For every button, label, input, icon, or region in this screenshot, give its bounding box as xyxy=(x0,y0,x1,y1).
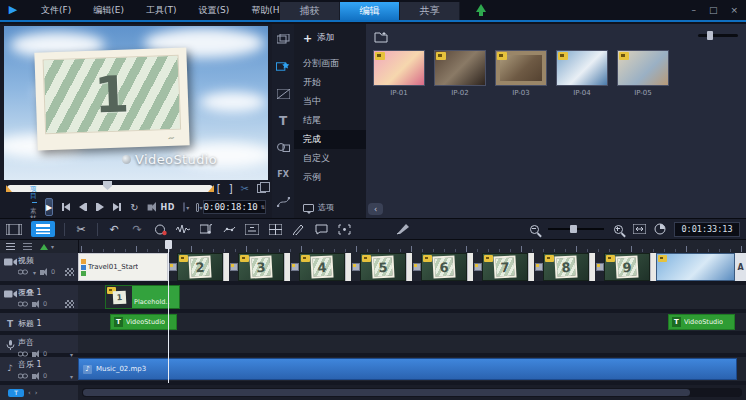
track-volume-icon[interactable] xyxy=(32,302,36,307)
horizontal-scrollbar[interactable] xyxy=(82,388,742,397)
clip-travel-start[interactable]: Travel01_Start xyxy=(78,253,168,281)
volume-button[interactable] xyxy=(148,205,152,210)
enlarge-preview-icon[interactable] xyxy=(257,184,266,193)
video-track[interactable]: Travel01_Start 2 3 4 5 6 7 8 9 xyxy=(78,253,746,283)
maximize-button[interactable]: □ xyxy=(709,0,718,20)
display-mode-select[interactable] xyxy=(196,203,198,212)
project-mode-label[interactable]: 项目 xyxy=(30,186,37,207)
motion-path-icon[interactable] xyxy=(276,194,291,209)
track-header-overlay[interactable]: 覆叠 1 0 xyxy=(0,285,78,311)
import-folder-icon[interactable] xyxy=(374,28,389,47)
clip-end-cap[interactable]: A xyxy=(735,253,746,281)
track-volume-icon[interactable] xyxy=(40,270,44,275)
tab-capture[interactable]: 捕获 xyxy=(280,2,340,20)
go-start-button[interactable] xyxy=(62,203,70,211)
auto-music-button[interactable] xyxy=(199,221,213,237)
template-item[interactable]: IP-05 xyxy=(616,50,670,97)
clip-travel-end[interactable] xyxy=(656,253,735,281)
motion-tracking-button[interactable] xyxy=(222,221,236,237)
track-transparency-button[interactable] xyxy=(396,221,410,237)
music-track[interactable]: ♪ Music_02.mp3 xyxy=(78,357,746,383)
redo-button[interactable]: ↷ xyxy=(130,221,144,237)
transition-icon[interactable] xyxy=(351,253,360,281)
filter-fx-icon[interactable]: FX xyxy=(276,167,291,182)
undo-button[interactable]: ↶ xyxy=(107,221,121,237)
tab-share[interactable]: 共享 xyxy=(400,2,460,20)
link-icon[interactable] xyxy=(18,269,28,275)
split-clip-button[interactable]: ✂ xyxy=(241,183,249,194)
timeline-view-button[interactable] xyxy=(31,221,55,237)
speech-to-text-button[interactable] xyxy=(314,221,328,237)
transparency-icon[interactable] xyxy=(65,268,74,276)
next-frame-button[interactable] xyxy=(96,203,104,211)
overlay-track[interactable]: 1 Placehold.. xyxy=(78,285,746,311)
template-thumbnail[interactable] xyxy=(434,50,486,86)
clip-number-7[interactable]: 7 xyxy=(482,253,528,281)
add-folder-button[interactable]: + 添加 xyxy=(294,24,366,44)
add-track-button[interactable]: ▾ xyxy=(40,243,54,250)
template-item[interactable]: IP-03 xyxy=(494,50,548,97)
mark-out-button[interactable]: ] xyxy=(229,183,233,194)
track-header-title[interactable]: T 标题 1 xyxy=(0,313,78,333)
trim-bar[interactable] xyxy=(7,185,213,192)
category-split-screen[interactable]: 分割画面 xyxy=(294,54,366,73)
track-list-icon[interactable] xyxy=(6,243,15,250)
clip-number-2[interactable]: 2 xyxy=(177,253,223,281)
instant-project-icon[interactable] xyxy=(276,59,291,74)
template-item[interactable]: IP-02 xyxy=(433,50,487,97)
record-capture-button[interactable] xyxy=(153,221,167,237)
upgrade-arrow-icon[interactable] xyxy=(476,4,486,12)
template-thumbnail[interactable] xyxy=(495,50,547,86)
transparency-icon[interactable] xyxy=(65,300,74,308)
hd-preview-badge[interactable]: HD xyxy=(161,203,175,212)
trim-tools-button[interactable]: ✂ xyxy=(74,221,88,237)
menu-settings[interactable]: 设置(S) xyxy=(189,2,238,19)
track-header-voice[interactable]: 声音 0 ▾ xyxy=(0,335,78,355)
slider-knob[interactable] xyxy=(707,31,713,40)
clip-number-5[interactable]: 5 xyxy=(360,253,406,281)
template-item[interactable]: IP-04 xyxy=(555,50,609,97)
options-button[interactable]: 选项 xyxy=(303,202,334,213)
play-button[interactable]: ▶ xyxy=(45,198,53,216)
project-duration-icon[interactable] xyxy=(653,221,667,237)
split-screen-creator-button[interactable] xyxy=(268,221,282,237)
storyboard-view-button[interactable] xyxy=(6,221,22,237)
transition-icon[interactable] xyxy=(229,253,238,281)
clip-number-4[interactable]: 4 xyxy=(299,253,345,281)
menu-edit[interactable]: 编辑(E) xyxy=(84,2,133,19)
media-icon[interactable] xyxy=(276,32,291,47)
transition-icon[interactable] xyxy=(412,253,421,281)
zoom-level-select[interactable] xyxy=(183,202,185,212)
clip-number-9[interactable]: 9 xyxy=(604,253,650,281)
clip-number-6[interactable]: 6 xyxy=(421,253,467,281)
go-end-button[interactable] xyxy=(113,203,121,211)
category-ending[interactable]: 结尾 xyxy=(294,111,366,130)
track-header-video[interactable]: 视频 ▾ 0 xyxy=(0,253,78,283)
chevron-down-icon[interactable]: ▾ xyxy=(33,269,36,276)
clip-music[interactable]: ♪ Music_02.mp3 xyxy=(78,358,737,380)
timecode-stepper-icon[interactable]: ⇅ xyxy=(261,203,265,211)
track-header-music[interactable]: ♪ 音乐 1 0 ▾ xyxy=(0,357,78,383)
painting-creator-button[interactable] xyxy=(291,221,305,237)
scroll-left-button[interactable]: ‹ xyxy=(28,389,31,397)
playhead[interactable] xyxy=(168,240,169,383)
close-button[interactable]: × xyxy=(730,0,738,20)
transition-icon[interactable] xyxy=(168,253,177,281)
link-icon[interactable] xyxy=(18,373,28,379)
voice-track[interactable] xyxy=(78,335,746,355)
transition-icon[interactable] xyxy=(473,253,482,281)
zoom-in-icon[interactable] xyxy=(611,221,625,237)
category-middle[interactable]: 当中 xyxy=(294,92,366,111)
timeline-ruler[interactable] xyxy=(78,240,746,253)
template-thumbnail[interactable] xyxy=(556,50,608,86)
transition-icon[interactable] xyxy=(290,253,299,281)
timeline-zoom-slider[interactable] xyxy=(548,228,604,230)
ripple-edit-toggle[interactable]: T xyxy=(8,389,24,397)
subtitle-editor-button[interactable] xyxy=(245,221,259,237)
zoom-out-icon[interactable] xyxy=(527,221,541,237)
repeat-button[interactable]: ↻ xyxy=(130,202,138,213)
category-samples[interactable]: 示例 xyxy=(294,168,366,187)
track-volume-icon[interactable] xyxy=(32,352,36,357)
category-beginning[interactable]: 开始 xyxy=(294,73,366,92)
link-icon[interactable] xyxy=(18,301,28,307)
